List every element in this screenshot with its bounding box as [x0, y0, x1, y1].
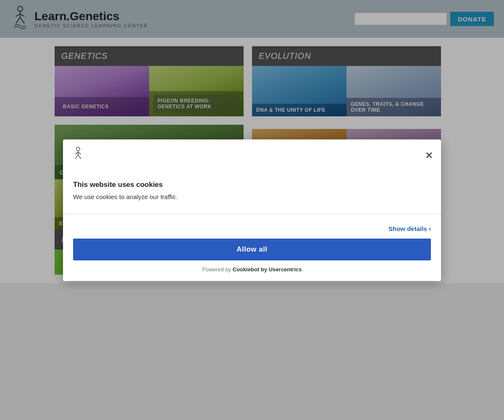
- modal-logo-icon: [71, 146, 85, 165]
- show-details-button[interactable]: Show details ›: [388, 225, 431, 233]
- modal-powered-by: Powered by Cookiebot by Usercentrics: [73, 266, 431, 273]
- show-details-row: Show details ›: [73, 225, 431, 233]
- modal-body: This website uses cookies We use cookies…: [63, 172, 441, 214]
- allow-all-button[interactable]: Allow all: [73, 239, 431, 260]
- powered-by-text: Powered by: [202, 266, 231, 273]
- modal-description: We use cookies to analyze our traffic.: [73, 193, 431, 200]
- modal-close-button[interactable]: ✕: [425, 150, 433, 161]
- modal-header: ✕: [63, 139, 441, 172]
- modal-footer: Show details › Allow all Powered by Cook…: [63, 220, 441, 281]
- svg-line-10: [75, 152, 78, 154]
- svg-line-11: [78, 152, 81, 154]
- show-details-label: Show details: [388, 225, 427, 232]
- svg-line-8: [75, 155, 78, 159]
- modal-divider: [63, 214, 441, 214]
- cookie-modal: ✕ This website uses cookies We use cooki…: [63, 139, 441, 281]
- svg-line-9: [78, 155, 81, 159]
- cookie-overlay: ✕ This website uses cookies We use cooki…: [0, 0, 504, 420]
- svg-point-6: [76, 147, 80, 150]
- modal-title: This website uses cookies: [73, 181, 431, 189]
- chevron-right-icon: ›: [429, 225, 431, 233]
- powered-by-brand: Cookiebot by Usercentrics: [233, 266, 302, 273]
